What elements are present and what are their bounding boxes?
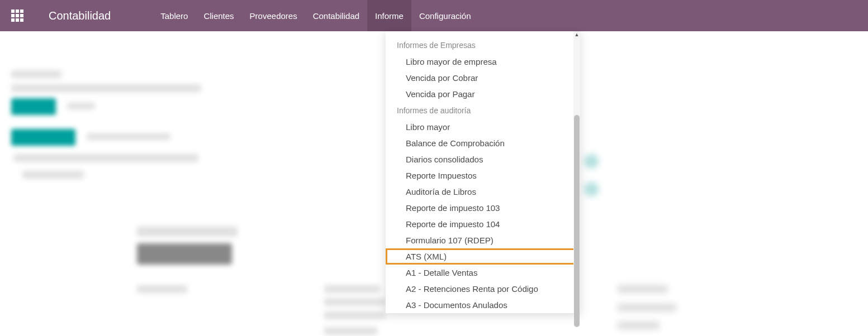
dropdown-item-auditoria-libros[interactable]: Auditoría de Libros bbox=[386, 184, 580, 200]
scroll-thumb[interactable] bbox=[574, 115, 580, 327]
nav-clientes[interactable]: Clientes bbox=[196, 0, 241, 31]
dropdown-header-auditoria: Informes de auditoría bbox=[386, 102, 580, 119]
apps-icon[interactable] bbox=[11, 9, 23, 22]
dropdown-item-ats-xml[interactable]: ATS (XML) bbox=[386, 248, 580, 265]
dropdown-item-a2-retenciones[interactable]: A2 - Retenciones Renta por Código bbox=[386, 281, 580, 297]
dropdown-item-libro-mayor-empresa[interactable]: Libro mayor de empresa bbox=[386, 54, 580, 70]
nav-informe[interactable]: Informe bbox=[367, 0, 411, 31]
informe-dropdown: ▲ Informes de Empresas Libro mayor de em… bbox=[386, 31, 580, 313]
dropdown-item-libro-mayor[interactable]: Libro mayor bbox=[386, 119, 580, 135]
dropdown-item-vencida-pagar[interactable]: Vencida por Pagar bbox=[386, 86, 580, 102]
dropdown-item-a1-ventas[interactable]: A1 - Detalle Ventas bbox=[386, 265, 580, 281]
nav-tablero[interactable]: Tablero bbox=[153, 0, 196, 31]
dropdown-item-vencida-cobrar[interactable]: Vencida por Cobrar bbox=[386, 70, 580, 86]
nav-proveedores[interactable]: Proveedores bbox=[242, 0, 305, 31]
dropdown-item-balance-comprobacion[interactable]: Balance de Comprobación bbox=[386, 135, 580, 151]
dropdown-item-reporte-103[interactable]: Reporte de impuesto 103 bbox=[386, 200, 580, 216]
dropdown-item-diarios-consolidados[interactable]: Diarios consolidados bbox=[386, 151, 580, 167]
nav-configuracion[interactable]: Configuración bbox=[411, 0, 479, 31]
brand-title: Contabilidad bbox=[49, 9, 111, 22]
dropdown-item-formulario-107[interactable]: Formulario 107 (RDEP) bbox=[386, 232, 580, 248]
dropdown-header-empresas: Informes de Empresas bbox=[386, 37, 580, 54]
top-navbar: Contabilidad Tablero Clientes Proveedore… bbox=[0, 0, 868, 31]
scroll-up-arrow[interactable]: ▲ bbox=[573, 31, 580, 38]
dropdown-scrollbar[interactable]: ▲ bbox=[573, 31, 580, 313]
nav-contabilidad[interactable]: Contabilidad bbox=[305, 0, 367, 31]
dropdown-item-reporte-104[interactable]: Reporte de impuesto 104 bbox=[386, 216, 580, 232]
dropdown-item-a3-anulados[interactable]: A3 - Documentos Anulados bbox=[386, 297, 580, 313]
dropdown-item-reporte-impuestos[interactable]: Reporte Impuestos bbox=[386, 167, 580, 184]
dropdown-item-truncated[interactable] bbox=[386, 30, 580, 37]
